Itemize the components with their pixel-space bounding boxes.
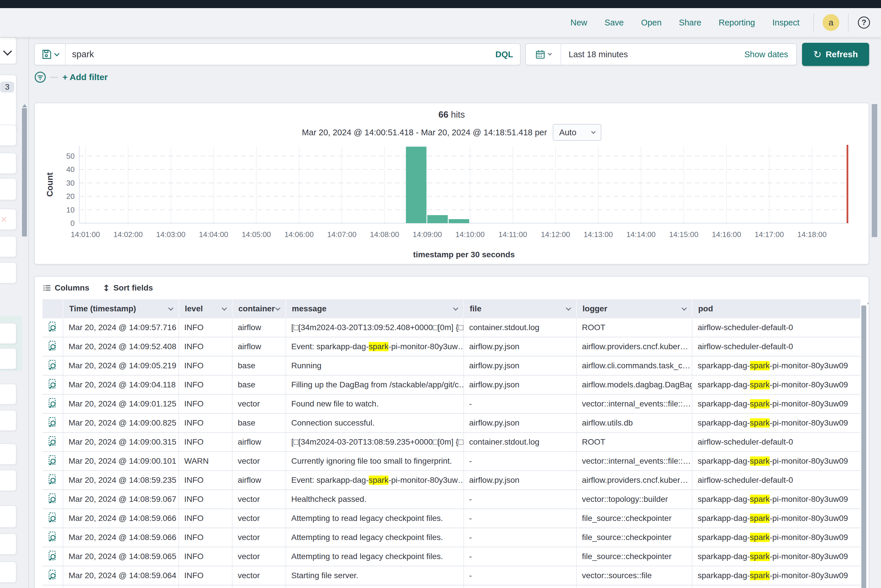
sidebar-field-count-box[interactable]: 3: [0, 75, 17, 132]
sidebar-field-item[interactable]: [0, 323, 17, 344]
x-axis-tick: 14:02:00: [113, 230, 143, 239]
cell-container: vector: [232, 528, 286, 547]
sidebar-field-item[interactable]: [0, 410, 17, 431]
chevron-down-icon: [591, 129, 596, 134]
nav-new[interactable]: New: [570, 18, 587, 27]
cell-pod: sparkapp-dag-spark-pi-monitor-80y3uw09: [692, 452, 860, 470]
histogram-bar[interactable]: [406, 147, 426, 223]
cell-file: -: [463, 566, 576, 585]
table-scrollbar-up-arrow[interactable]: [867, 301, 869, 304]
sidebar-field-item[interactable]: [0, 124, 17, 146]
cell-pod: sparkapp-dag-spark-pi-monitor-80y3uw09: [692, 414, 860, 432]
sort-fields-button[interactable]: ↕ Sort fields: [103, 283, 153, 293]
cell-logger: airflow.cli.commands.task_c…: [576, 357, 692, 375]
expand-document-button[interactable]: [42, 394, 63, 413]
help-icon[interactable]: ?: [858, 16, 870, 28]
nav-save[interactable]: Save: [604, 18, 624, 27]
date-quick-select-button[interactable]: [526, 44, 561, 65]
x-axis-tick: 14:15:00: [669, 230, 698, 239]
date-picker-bar: Last 18 minutes Show dates: [525, 44, 797, 65]
nav-open[interactable]: Open: [641, 18, 662, 27]
cell-message: Found new file to watch.: [286, 394, 463, 413]
header-container[interactable]: container: [232, 299, 286, 318]
chevron-down-icon: [548, 51, 552, 56]
time-range-value[interactable]: Last 18 minutes: [561, 50, 736, 59]
interval-select[interactable]: Auto: [553, 124, 601, 141]
expand-document-button[interactable]: [42, 566, 63, 585]
page-scrollbar[interactable]: [872, 104, 877, 237]
expand-document-button[interactable]: [42, 433, 63, 451]
cell-pod: sparkapp-dag-spark-pi-monitor-80y3uw09: [692, 528, 860, 547]
expand-document-button[interactable]: [42, 452, 63, 470]
sidebar-field-item-remove[interactable]: ×: [0, 209, 17, 230]
expand-document-button[interactable]: [42, 318, 63, 337]
histogram-bar[interactable]: [427, 215, 448, 223]
sidebar-scrollbar[interactable]: [22, 108, 27, 237]
cell-time: Mar 20, 2024 @ 14:08:59.235: [63, 471, 179, 489]
cell-level: INFO: [179, 433, 232, 451]
sidebar-field-item[interactable]: [0, 561, 17, 583]
expand-document-button[interactable]: [42, 547, 63, 566]
columns-button[interactable]: Columns: [42, 283, 89, 292]
sidebar-field-item[interactable]: [0, 236, 17, 257]
hits-histogram[interactable]: 14:01:0014:02:0014:03:0014:04:0014:05:00…: [42, 144, 863, 265]
nav-inspect[interactable]: Inspect: [773, 18, 800, 27]
expand-document-button[interactable]: [42, 414, 63, 432]
nav-reporting[interactable]: Reporting: [719, 18, 755, 27]
table-row: Mar 20, 2024 @ 14:08:59.067INFOvectorHea…: [42, 490, 860, 509]
x-axis-tick: 14:14:00: [627, 230, 656, 239]
cell-level: INFO: [179, 566, 232, 585]
header-level[interactable]: level: [179, 299, 232, 318]
histogram-bar[interactable]: [449, 219, 469, 223]
sidebar-field-item[interactable]: [0, 470, 17, 491]
inspect-document-icon: [48, 455, 57, 468]
expand-document-button[interactable]: [42, 375, 63, 394]
expand-document-button[interactable]: [42, 357, 63, 375]
sidebar-field-item[interactable]: [0, 153, 17, 174]
nav-share[interactable]: Share: [679, 18, 701, 27]
fields-sidebar-clipped: 3 ×: [0, 37, 29, 588]
cell-container: vector: [232, 566, 286, 585]
header-pod[interactable]: pod: [692, 299, 860, 318]
cell-level: INFO: [179, 357, 232, 375]
avatar[interactable]: a: [822, 14, 839, 31]
sidebar-scrollbar-up-arrow[interactable]: [22, 104, 27, 107]
expand-document-button[interactable]: [42, 490, 63, 508]
refresh-button[interactable]: ↻ Refresh: [802, 43, 869, 66]
sidebar-collapse-button[interactable]: [0, 37, 17, 64]
table-scrollbar[interactable]: [861, 306, 866, 588]
show-dates-button[interactable]: Show dates: [736, 50, 796, 59]
sidebar-field-item[interactable]: [0, 178, 17, 200]
cell-message: Filling up the DagBag from /stackable/ap…: [286, 375, 463, 394]
expand-document-button[interactable]: [42, 528, 63, 547]
search-input[interactable]: spark: [66, 49, 489, 60]
filter-row: + Add filter: [34, 68, 108, 87]
sidebar-divider: [29, 37, 29, 588]
sidebar-field-item[interactable]: [0, 262, 17, 284]
sidebar-field-item[interactable]: [0, 348, 17, 369]
add-filter-button[interactable]: + Add filter: [63, 72, 108, 82]
saved-query-menu-button[interactable]: [35, 44, 66, 65]
cell-container: vector: [232, 394, 286, 413]
query-language-button[interactable]: DQL: [489, 50, 520, 59]
inspect-document-icon: [48, 340, 57, 353]
chevron-down-icon: [221, 305, 227, 310]
header-logger[interactable]: logger: [576, 299, 692, 318]
cell-container: base: [232, 375, 286, 394]
sidebar-field-item[interactable]: [0, 444, 17, 465]
cell-container: airflow: [232, 471, 286, 489]
sidebar-field-item[interactable]: [0, 533, 17, 555]
table-header-row: Time (timestamp) level container message…: [42, 299, 860, 318]
expand-document-button[interactable]: [42, 471, 63, 489]
sidebar-field-item[interactable]: [0, 384, 17, 405]
header-file[interactable]: file: [463, 299, 576, 318]
cell-file: -: [463, 452, 576, 470]
expand-document-button[interactable]: [42, 338, 63, 356]
cell-file: -: [463, 528, 576, 547]
sidebar-field-item[interactable]: [0, 506, 17, 528]
header-time[interactable]: Time (timestamp): [63, 299, 179, 318]
inspect-document-icon: [48, 360, 57, 372]
filter-icon[interactable]: [34, 71, 46, 83]
expand-document-button[interactable]: [42, 509, 63, 528]
header-message[interactable]: message: [286, 299, 463, 318]
